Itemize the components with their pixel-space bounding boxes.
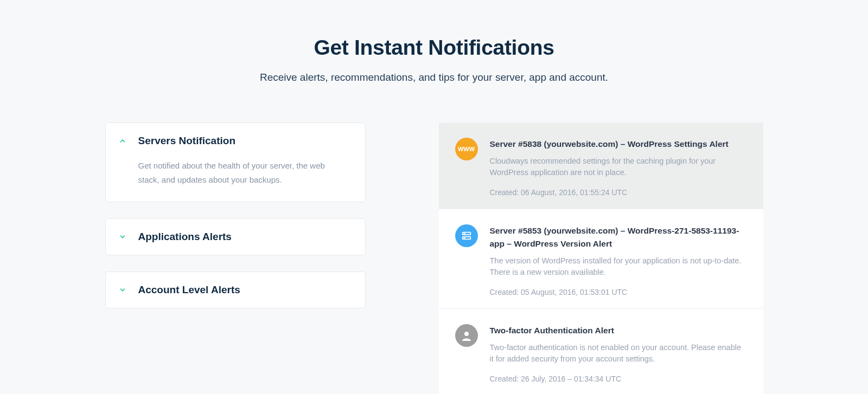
accordion-title: Account Level Alerts — [138, 284, 240, 296]
chevron-down-icon — [119, 286, 126, 294]
page-subtitle: Receive alerts, recommendations, and tip… — [0, 72, 868, 83]
www-icon: WWW — [455, 138, 478, 160]
accordion-header-account-level-alerts[interactable]: Account Level Alerts — [106, 272, 365, 308]
accordion-title: Servers Notification — [138, 135, 236, 147]
notifications-list: WWW Server #5838 (yourwebsite.com) – Wor… — [439, 122, 763, 394]
notification-title: Server #5838 (yourwebsite.com) – WordPre… — [490, 138, 747, 151]
notification-created: Created: 06 August, 2016, 01:55:24 UTC — [490, 188, 747, 197]
notification-title: Server #5853 (yourwebsite.com) – WordPre… — [490, 224, 747, 250]
accordion-item-account-level-alerts: Account Level Alerts — [105, 272, 366, 308]
chevron-up-icon — [119, 137, 126, 145]
accordion: Servers Notification Get notified about … — [105, 122, 366, 325]
notification-item[interactable]: WWW Server #5838 (yourwebsite.com) – Wor… — [439, 122, 763, 209]
accordion-header-servers-notification[interactable]: Servers Notification — [106, 123, 365, 159]
page-title: Get Instant Notifications — [0, 36, 868, 60]
svg-point-4 — [464, 332, 469, 336]
notification-created: Created: 26 July, 2016 – 01:34:34 UTC — [490, 374, 747, 383]
accordion-header-applications-alerts[interactable]: Applications Alerts — [106, 219, 365, 255]
accordion-item-servers-notification: Servers Notification Get notified about … — [105, 122, 366, 202]
notification-created: Created: 05 August, 2016, 01:53:01 UTC — [490, 288, 747, 296]
accordion-body: Get notified about the health of your se… — [106, 159, 365, 202]
notification-title: Two-factor Authentication Alert — [490, 324, 747, 337]
chevron-down-icon — [119, 233, 126, 241]
notification-item[interactable]: Server #5853 (yourwebsite.com) – WordPre… — [439, 209, 763, 309]
notification-item[interactable]: Two-factor Authentication Alert Two-fact… — [439, 309, 763, 394]
accordion-item-applications-alerts: Applications Alerts — [105, 218, 366, 255]
notification-description: The version of WordPress installed for y… — [490, 255, 747, 278]
accordion-title: Applications Alerts — [138, 231, 232, 243]
notification-description: Two-factor authentication is not enabled… — [490, 342, 747, 365]
server-icon — [455, 224, 478, 247]
user-icon — [455, 324, 478, 347]
notification-description: Cloudways recommended settings for the c… — [490, 156, 747, 178]
